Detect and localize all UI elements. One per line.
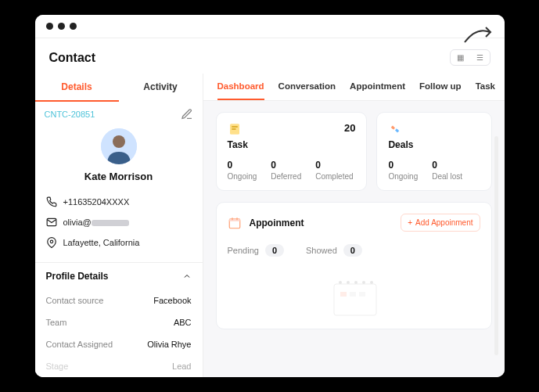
stat-showed: Showed 0	[306, 244, 362, 257]
svg-rect-18	[350, 292, 356, 297]
empty-illustration	[228, 271, 480, 318]
tab-conversation[interactable]: Conversation	[278, 81, 336, 100]
stat-deals-ongoing: 0Ongoing	[388, 160, 418, 181]
field-team: TeamABC	[35, 311, 203, 333]
location-row: Lafayette, California	[46, 232, 192, 253]
tab-task[interactable]: Task	[476, 81, 495, 100]
tab-followup[interactable]: Follow up	[419, 81, 462, 100]
tab-appointment[interactable]: Appointment	[350, 81, 405, 100]
task-count: 20	[344, 122, 355, 134]
svg-rect-19	[359, 292, 365, 297]
contact-id[interactable]: CNTC-20851	[45, 110, 95, 119]
svg-rect-5	[232, 126, 238, 128]
email-row: olivia@	[46, 212, 192, 232]
scrollbar[interactable]	[494, 136, 498, 355]
page-title: Contact	[49, 51, 96, 65]
phone-row: +11635204XXXX	[46, 192, 192, 212]
window-dot	[58, 23, 65, 30]
task-icon	[228, 122, 242, 136]
svg-point-3	[50, 240, 53, 243]
svg-rect-6	[232, 128, 235, 130]
profile-details-header[interactable]: Profile Details	[35, 262, 203, 290]
stat-task-ongoing: 0Ongoing	[228, 160, 257, 181]
tab-details[interactable]: Details	[35, 74, 119, 102]
profile-details-title: Profile Details	[46, 271, 109, 282]
contact-name: Kate Morrison	[35, 171, 203, 182]
deals-card-title: Deals	[388, 139, 480, 150]
svg-rect-8	[229, 218, 240, 221]
deals-card: Deals 0Ongoing 0Deal lost	[376, 112, 491, 191]
appointment-title: Appoinment	[250, 218, 304, 228]
decorative-arrow-icon	[462, 23, 494, 46]
mail-icon	[46, 217, 57, 228]
location-value: Lafayette, California	[63, 238, 140, 247]
edit-icon[interactable]	[181, 108, 193, 120]
deals-icon	[388, 122, 402, 136]
svg-point-12	[339, 281, 342, 284]
svg-point-16	[370, 281, 373, 284]
avatar	[101, 128, 137, 164]
add-appointment-button[interactable]: + Add Appoinment	[401, 214, 480, 232]
svg-point-13	[347, 281, 350, 284]
field-stage: StageLead	[35, 355, 203, 377]
window-dot	[46, 23, 53, 30]
chevron-up-icon	[182, 272, 192, 281]
window-controls	[35, 15, 505, 38]
grid-view-icon[interactable]: ▦	[451, 50, 470, 65]
svg-point-14	[354, 281, 358, 284]
svg-point-1	[113, 135, 125, 148]
task-card-title: Task	[228, 139, 356, 150]
appointment-card: Appoinment + Add Appoinment Pending 0	[216, 202, 492, 329]
phone-value: +11635204XXXX	[63, 197, 130, 207]
stat-task-completed: 0Completed	[315, 160, 353, 181]
list-view-icon[interactable]: ☰	[470, 50, 490, 65]
tab-dashboard[interactable]: Dashboard	[217, 81, 264, 100]
stat-task-deferred: 0Deferred	[271, 160, 301, 181]
stat-deals-lost: 0Deal lost	[432, 160, 462, 181]
task-card: 20 Task 0Ongoing 0Deferred 0Completed	[216, 112, 368, 191]
main-panel: Dashboard Conversation Appointment Follo…	[203, 74, 505, 377]
field-contact-source: Contact sourceFacebook	[35, 290, 203, 311]
browser-window: Contact ▦ ☰ Details Activity CNTC-20851	[35, 15, 505, 377]
email-prefix: olivia@	[63, 218, 92, 227]
contact-sidebar: Details Activity CNTC-20851 Kate Morriso…	[35, 74, 203, 377]
location-icon	[46, 237, 57, 248]
svg-rect-17	[340, 292, 347, 297]
field-contact-assigned: Contact AssignedOlivia Rhye	[35, 333, 203, 355]
svg-rect-11	[334, 284, 376, 315]
view-toggle[interactable]: ▦ ☰	[450, 49, 490, 66]
plus-icon: +	[408, 218, 412, 227]
add-appointment-label: Add Appoinment	[415, 218, 473, 227]
svg-point-15	[362, 281, 365, 284]
calendar-icon	[228, 216, 242, 230]
tab-activity[interactable]: Activity	[119, 74, 203, 102]
phone-icon	[46, 196, 57, 207]
email-redacted	[92, 220, 129, 226]
stat-pending: Pending 0	[228, 244, 285, 257]
window-dot	[70, 23, 77, 30]
